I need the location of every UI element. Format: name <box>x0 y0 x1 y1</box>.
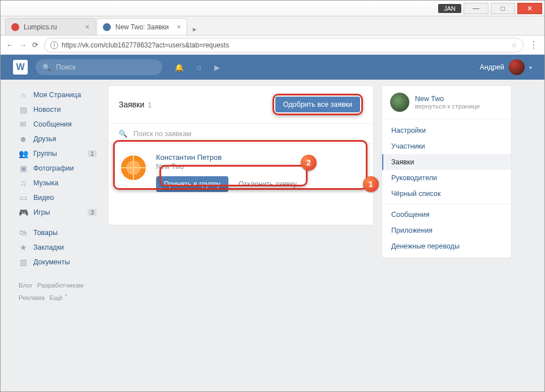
footer-link[interactable]: Блог <box>19 282 33 289</box>
group-back-link[interactable]: вернуться к странице <box>415 103 480 110</box>
approve-all-button[interactable]: Одобрить все заявки <box>275 97 360 112</box>
vk-user-menu[interactable]: Андрей ▾ <box>480 59 532 75</box>
footer-link[interactable]: Ещё ˅ <box>49 294 68 301</box>
left-nav: ⌂Моя Страница ▤Новости ✉Сообщения ☻Друзь… <box>15 85 100 391</box>
reload-icon[interactable]: ⟳ <box>32 41 38 49</box>
nav-music[interactable]: ♫Музыка <box>15 176 100 190</box>
nav-groups[interactable]: 👥Группы1 <box>15 146 100 161</box>
messages-icon: ✉ <box>19 120 28 129</box>
favicon-icon <box>103 23 111 31</box>
annotation-num-2: 2 <box>301 155 317 171</box>
search-placeholder: Поиск по заявкам <box>133 130 192 138</box>
rmenu-transfers[interactable]: Денежные переводы <box>382 238 511 254</box>
rmenu-messages[interactable]: Сообщения <box>382 207 511 223</box>
friends-icon: ☻ <box>19 134 28 143</box>
vk-topbar: W 🔍 Поиск 🔔 ♫ ▶ Андрей ▾ <box>1 55 544 80</box>
nav-bookmarks[interactable]: ★Закладки <box>15 240 100 255</box>
tab-title: New Two: Заявки <box>115 23 169 31</box>
requests-panel: Заявки 1 Одобрить все заявки 🔍 Поиск по … <box>108 85 374 225</box>
tab-title: Lumpics.ru <box>24 23 57 31</box>
highlight-approve-all: Одобрить все заявки <box>272 94 363 115</box>
home-icon: ⌂ <box>19 90 28 99</box>
photos-icon: ▣ <box>19 164 28 173</box>
bookmarks-icon: ★ <box>19 243 28 252</box>
panel-count: 1 <box>148 101 152 109</box>
right-card: New Two вернуться к странице Настройки У… <box>382 85 512 258</box>
titlebar-month: JAN <box>438 4 461 13</box>
username: Андрей <box>480 63 504 71</box>
music-nav-icon: ♫ <box>19 178 28 188</box>
video-icon: ▭ <box>19 193 28 202</box>
badge: 1 <box>88 150 97 157</box>
news-icon: ▤ <box>19 105 28 114</box>
search-placeholder: Поиск <box>56 63 76 71</box>
documents-icon: ▥ <box>19 258 28 267</box>
url-input[interactable]: i https://vk.com/club162778632?act=users… <box>44 38 524 53</box>
left-footer: БлогРазработчикам РекламаЕщё ˅ <box>15 280 100 304</box>
nav-messages[interactable]: ✉Сообщения <box>15 117 100 132</box>
group-header[interactable]: New Two вернуться к странице <box>382 86 511 119</box>
nav-goods[interactable]: 🛍Товары <box>15 225 100 240</box>
window-maximize-button[interactable]: □ <box>491 3 516 14</box>
favicon-icon <box>11 23 19 31</box>
group-name: New Two <box>415 95 480 103</box>
games-icon: 🎮 <box>19 208 28 217</box>
browser-tab-vk[interactable]: New Two: Заявки × <box>97 18 187 35</box>
rmenu-settings[interactable]: Настройки <box>382 123 511 138</box>
new-tab-button[interactable]: ▸ <box>188 23 201 35</box>
badge: 3 <box>88 209 97 216</box>
player-icon[interactable]: ▶ <box>214 63 220 72</box>
nav-photos[interactable]: ▣Фотографии <box>15 161 100 176</box>
nav-forward-icon[interactable]: → <box>19 41 27 49</box>
browser-tabstrip: Lumpics.ru × New Two: Заявки × ▸ <box>1 16 544 36</box>
browser-menu-icon[interactable]: ⋮ <box>529 40 539 50</box>
nav-video[interactable]: ▭Видео <box>15 190 100 205</box>
nav-games[interactable]: 🎮Игры3 <box>15 205 100 220</box>
panel-title: Заявки <box>119 100 144 109</box>
browser-address-bar: ← → ⟳ i https://vk.com/club162778632?act… <box>1 36 544 55</box>
site-info-icon[interactable]: i <box>50 41 58 49</box>
bookmark-star-icon[interactable]: ☆ <box>511 41 517 49</box>
tab-close-icon[interactable]: × <box>176 23 181 31</box>
rmenu-requests[interactable]: Заявки <box>382 154 511 170</box>
right-menu: Настройки Участники Заявки Руководители … <box>382 119 511 258</box>
groups-icon: 👥 <box>19 149 28 158</box>
nav-my-page[interactable]: ⌂Моя Страница <box>15 88 100 102</box>
rmenu-blacklist[interactable]: Чёрный список <box>382 186 511 202</box>
avatar <box>509 59 525 75</box>
window-close-button[interactable]: ✕ <box>517 3 542 14</box>
nav-friends[interactable]: ☻Друзья <box>15 132 100 146</box>
tab-close-icon[interactable]: × <box>85 23 89 31</box>
nav-back-icon[interactable]: ← <box>6 41 14 49</box>
annotation-num-1: 1 <box>363 176 379 192</box>
nav-documents[interactable]: ▥Документы <box>15 255 100 269</box>
group-avatar <box>390 93 409 112</box>
goods-icon: 🛍 <box>19 228 28 237</box>
menu-separator <box>382 204 511 204</box>
rmenu-managers[interactable]: Руководители <box>382 170 511 186</box>
browser-tab-lumpics[interactable]: Lumpics.ru × <box>5 18 96 35</box>
footer-link[interactable]: Реклама <box>19 294 45 301</box>
window-titlebar: JAN — □ ✕ <box>1 1 544 16</box>
nav-news[interactable]: ▤Новости <box>15 102 100 117</box>
vk-search-input[interactable]: 🔍 Поиск <box>36 59 162 75</box>
search-icon: 🔍 <box>119 129 128 138</box>
url-text: https://vk.com/club162778632?act=users&t… <box>62 41 229 49</box>
music-icon[interactable]: ♫ <box>196 63 202 72</box>
rmenu-apps[interactable]: Приложения <box>382 223 511 238</box>
highlight-action-buttons <box>159 165 308 186</box>
window-minimize-button[interactable]: — <box>464 3 488 14</box>
notifications-icon[interactable]: 🔔 <box>175 63 184 72</box>
chevron-down-icon: ▾ <box>529 64 532 71</box>
orange-icon <box>121 155 146 180</box>
search-icon: 🔍 <box>42 63 51 72</box>
rmenu-members[interactable]: Участники <box>382 138 511 154</box>
vk-logo-icon[interactable]: W <box>13 60 28 75</box>
footer-link[interactable]: Разработчикам <box>37 282 84 289</box>
